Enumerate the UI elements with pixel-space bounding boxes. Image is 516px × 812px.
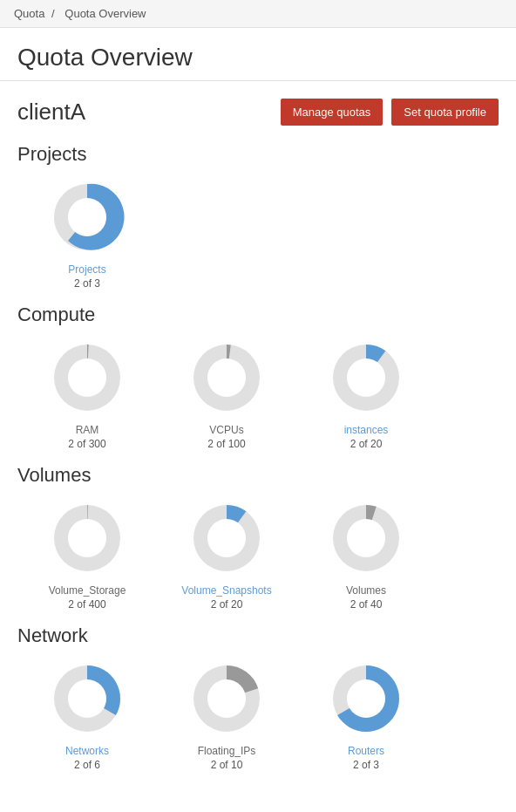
floating-ips-chart-label: Floating_IPs [198, 745, 256, 757]
volumes-section-title: Volumes [17, 464, 499, 487]
volumes-charts-row: Volume_Storage 2 of 400 Volume_Snapshots… [17, 499, 499, 611]
client-row: clientA Manage quotas Set quota profile [17, 99, 499, 126]
volumes-chart-sublabel: 2 of 40 [350, 598, 383, 611]
projects-section-title: Projects [17, 143, 499, 166]
svg-point-13 [347, 519, 385, 557]
ram-chart-sublabel: 2 of 300 [68, 438, 105, 450]
floating-ips-pie-chart [187, 659, 266, 738]
svg-point-19 [347, 679, 385, 718]
ram-chart-label: RAM [76, 424, 99, 436]
compute-section: Compute RAM 2 of 300 [17, 304, 499, 450]
page-header: Quota Overview [0, 28, 516, 81]
networks-pie-chart [48, 659, 126, 738]
volumes-section: Volumes Volume_Storage 2 of 400 Vo [17, 464, 499, 611]
client-name: clientA [17, 99, 85, 126]
networks-chart-item: Networks 2 of 6 [17, 659, 157, 771]
breadcrumb-current: Quota Overview [64, 7, 146, 20]
instances-chart-item: instances 2 of 20 [296, 338, 436, 450]
svg-point-11 [207, 519, 246, 557]
breadcrumb: Quota / Quota Overview [0, 0, 516, 28]
routers-chart-item: Routers 2 of 3 [296, 659, 436, 771]
volume-storage-chart-label: Volume_Storage [49, 584, 126, 597]
projects-chart-sublabel: 2 of 3 [74, 277, 100, 290]
vcpus-chart-item: VCPUs 2 of 100 [157, 338, 296, 450]
instances-chart-sublabel: 2 of 20 [350, 438, 383, 450]
compute-section-title: Compute [17, 304, 499, 326]
routers-chart-sublabel: 2 of 3 [353, 759, 379, 771]
set-quota-profile-button[interactable]: Set quota profile [391, 99, 499, 126]
main-content: clientA Manage quotas Set quota profile … [0, 81, 516, 802]
volumes-pie-chart [327, 499, 405, 577]
volume-storage-chart-sublabel: 2 of 400 [68, 598, 105, 611]
volume-snapshots-chart-label: Volume_Snapshots [181, 584, 271, 597]
volume-snapshots-chart-item: Volume_Snapshots 2 of 20 [157, 499, 296, 611]
vcpus-chart-label: VCPUs [209, 424, 243, 436]
projects-chart-item: Projects 2 of 3 [17, 178, 157, 290]
vcpus-chart-sublabel: 2 of 100 [207, 438, 245, 450]
floating-ips-chart-sublabel: 2 of 10 [211, 759, 243, 771]
projects-section: Projects Projects 2 of 3 [17, 143, 499, 290]
network-section: Network Networks 2 of 6 [17, 624, 499, 771]
button-group: Manage quotas Set quota profile [281, 99, 499, 126]
routers-pie-chart [327, 659, 405, 738]
svg-point-5 [207, 358, 246, 397]
vcpus-pie-chart [187, 338, 266, 417]
routers-chart-label: Routers [348, 745, 384, 757]
network-section-title: Network [17, 624, 499, 647]
svg-point-7 [347, 358, 385, 397]
ram-chart-item: RAM 2 of 300 [17, 338, 157, 450]
instances-chart-label: instances [344, 424, 389, 436]
volume-storage-chart-item: Volume_Storage 2 of 400 [17, 499, 157, 611]
volumes-chart-label: Volumes [346, 584, 386, 597]
compute-charts-row: RAM 2 of 300 VCPUs 2 of 100 [17, 338, 499, 450]
svg-point-1 [68, 198, 106, 236]
svg-point-3 [68, 358, 106, 397]
projects-charts-row: Projects 2 of 3 [17, 178, 499, 290]
networks-chart-sublabel: 2 of 6 [74, 759, 100, 771]
projects-pie-chart [48, 178, 126, 256]
page-title: Quota Overview [17, 44, 499, 72]
network-charts-row: Networks 2 of 6 Floating_IPs 2 of 10 [17, 659, 499, 771]
svg-point-9 [68, 519, 106, 557]
volume-storage-pie-chart [48, 499, 126, 577]
projects-chart-label: Projects [68, 263, 105, 276]
floating-ips-chart-item: Floating_IPs 2 of 10 [157, 659, 296, 771]
volume-snapshots-chart-sublabel: 2 of 20 [211, 598, 243, 611]
breadcrumb-separator: / [51, 7, 55, 20]
volumes-chart-item: Volumes 2 of 40 [296, 499, 436, 611]
ram-pie-chart [48, 338, 126, 417]
manage-quotas-button[interactable]: Manage quotas [281, 99, 384, 126]
svg-point-15 [68, 679, 106, 718]
svg-point-17 [207, 679, 246, 718]
volume-snapshots-pie-chart [187, 499, 266, 577]
networks-chart-label: Networks [65, 745, 109, 757]
breadcrumb-parent[interactable]: Quota [14, 7, 44, 20]
instances-pie-chart [327, 338, 405, 417]
